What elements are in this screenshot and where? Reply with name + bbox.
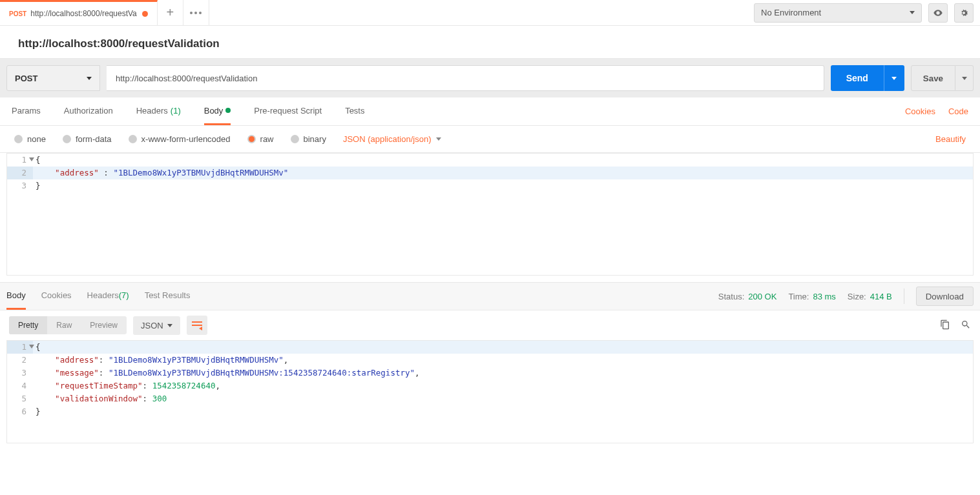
cookies-link[interactable]: Cookies [905,106,935,116]
request-tab[interactable]: POST http://localhost:8000/requestVa [0,0,158,25]
method-value: POST [15,74,37,83]
size-label: Size: [848,292,866,301]
wrap-lines-button[interactable] [187,316,207,335]
method-select[interactable]: POST [6,65,100,91]
new-tab-button[interactable]: + [158,0,183,25]
request-body-editor[interactable]: 1{ 2 "address" : "1BLDemo8Wx1yP3TBMUvjdB… [6,153,974,276]
headers-count: (1) [171,106,181,116]
page-title: http://localhost:8000/requestValidation [18,37,962,50]
search-response-button[interactable] [961,319,971,332]
send-button[interactable]: Send [831,65,884,91]
send-dropdown-button[interactable] [884,65,904,91]
save-button[interactable]: Save [911,65,955,91]
env-preview-button[interactable] [928,3,948,23]
view-raw-button[interactable]: Raw [47,316,81,334]
tab-title: http://localhost:8000/requestVa [30,9,137,18]
view-preview-button[interactable]: Preview [81,316,127,334]
body-type-form-data[interactable]: form-data [63,134,112,144]
url-input[interactable] [107,65,824,91]
tab-overflow-button[interactable] [183,0,209,25]
view-pretty-button[interactable]: Pretty [9,316,47,334]
response-body-viewer[interactable]: 1{ 2 "address": "1BLDemo8Wx1yP3TBMUvjdBH… [6,340,974,443]
gear-icon [959,8,969,18]
search-icon [961,319,971,330]
environment-label: No Environment [761,8,821,17]
response-format-select[interactable]: JSON [133,316,180,335]
chevron-down-icon [962,77,967,80]
chevron-down-icon [167,324,172,327]
beautify-link[interactable]: Beautify [935,134,966,144]
status-label: Status: [718,292,744,301]
copy-response-button[interactable] [940,319,950,332]
response-tab-test-results[interactable]: Test Results [145,283,191,310]
divider [904,288,904,304]
response-tab-headers[interactable]: Headers (7) [87,283,129,310]
ellipsis-icon [190,12,202,14]
response-tab-cookies[interactable]: Cookies [41,283,72,310]
chevron-down-icon [87,77,92,80]
wrap-icon [192,321,202,329]
code-link[interactable]: Code [948,106,968,116]
body-type-binary[interactable]: binary [291,134,326,144]
tab-body[interactable]: Body [204,97,231,125]
content-type-select[interactable]: JSON (application/json) [343,134,442,144]
time-value: 83 ms [813,292,835,301]
download-button[interactable]: Download [916,287,974,306]
tab-authorization[interactable]: Authorization [64,97,113,125]
response-tab-body[interactable]: Body [6,283,26,310]
unsaved-dot-icon [142,11,148,17]
plus-icon: + [166,5,174,20]
time-label: Time: [788,292,809,301]
size-value: 414 B [870,292,892,301]
body-dot-icon [225,108,231,113]
tab-prerequest[interactable]: Pre-request Script [254,97,322,125]
tab-method-badge: POST [9,10,26,17]
chevron-down-icon [436,137,441,141]
fold-icon[interactable] [29,157,34,161]
body-type-raw[interactable]: raw [247,134,274,144]
tab-params[interactable]: Params [12,97,41,125]
response-headers-count: (7) [119,290,129,300]
body-type-none[interactable]: none [14,134,46,144]
body-type-urlencoded[interactable]: x-www-form-urlencoded [129,134,231,144]
environment-select[interactable]: No Environment [754,3,922,23]
chevron-down-icon [891,77,897,80]
chevron-down-icon [910,11,915,14]
tab-headers[interactable]: Headers (1) [136,97,181,125]
eye-icon [933,8,943,18]
save-dropdown-button[interactable] [955,65,974,91]
view-mode-segment: Pretty Raw Preview [9,316,127,334]
tab-tests[interactable]: Tests [345,97,364,125]
status-value: 200 OK [748,292,777,301]
copy-icon [940,319,950,330]
settings-button[interactable] [954,3,974,23]
fold-icon[interactable] [29,345,34,349]
